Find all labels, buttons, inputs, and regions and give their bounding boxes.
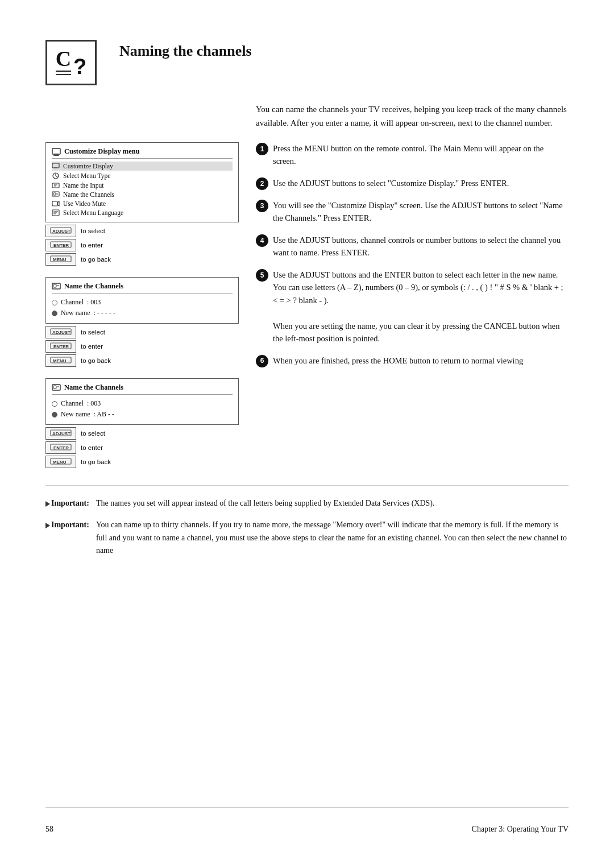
step-1-text: Press the MENU button on the remote cont… — [273, 142, 569, 168]
new-name-row-1: New name : - - - - - — [52, 308, 233, 319]
icon-symbol: ? — [73, 56, 86, 77]
enter-control-1: ENTER to enter — [45, 239, 239, 251]
adjust-control-2: ADJUST to select — [45, 326, 239, 338]
menu-box-1: Customize Display menu Customize Display — [45, 142, 239, 266]
svg-text:ADJUST: ADJUST — [52, 229, 70, 234]
new-name-label-2: New name — [61, 410, 90, 419]
menu-item-1-label: Customize Display — [63, 163, 113, 170]
page-number: 58 — [45, 825, 53, 834]
channel-box-2-label: Name the Channels — [64, 383, 123, 392]
customize-icon — [52, 163, 60, 170]
header-area: C ? Naming the channels — [45, 34, 569, 85]
chapter-icon-box: C ? — [45, 40, 97, 85]
menu-item-name-channels: Name the Channels — [52, 190, 233, 199]
important-section: Important: The names you set will appear… — [45, 485, 569, 567]
step-1-number: 1 — [256, 143, 268, 155]
svg-rect-0 — [52, 148, 60, 154]
menu-item-menu-language: Select Menu Language — [52, 208, 233, 217]
important-row-2: Important: You can name up to thirty cha… — [45, 519, 569, 557]
channel-row-2: Channel : 003 — [52, 398, 233, 409]
intro-text: You can name the channels your TV receiv… — [239, 102, 569, 130]
menu-icon-3: MENU — [50, 457, 72, 465]
step-2-text: Use the ADJUST buttons to select "Custom… — [273, 177, 569, 190]
menu-icon-2: MENU — [50, 356, 72, 364]
name-channels-icon-1 — [52, 191, 60, 198]
svg-text:ENTER: ENTER — [53, 344, 69, 349]
svg-line-7 — [56, 176, 57, 177]
svg-text:MENU: MENU — [53, 358, 67, 363]
important-label-1: Important: — [45, 497, 89, 510]
name-channels-icon-2 — [52, 283, 61, 291]
enter-action-1: to enter — [81, 242, 103, 249]
channel-box-2: Name the Channels Channel : 003 New name… — [45, 378, 239, 425]
step-4-text: Use the ADJUST buttons, channel controls… — [273, 234, 569, 259]
step-5-text: Use the ADJUST buttons and the ENTER but… — [273, 268, 569, 345]
menu-item-4-label: Name the Channels — [63, 191, 114, 198]
enter-btn-2: ENTER — [45, 340, 76, 353]
adjust-action-1: to select — [81, 228, 105, 234]
channel-box-1-label: Name the Channels — [64, 282, 123, 291]
channel-section-2: Name the Channels Channel : 003 New name… — [45, 378, 239, 468]
step-2: 2 Use the ADJUST buttons to select "Cust… — [256, 177, 569, 190]
adjust-btn-1: ADJUST — [45, 225, 76, 237]
new-name-value-2: : AB - - — [94, 410, 114, 419]
name-input-icon — [52, 182, 60, 189]
menu-btn-2: MENU — [45, 354, 76, 367]
channel-label-2: Channel — [61, 399, 84, 408]
step-4-number: 4 — [256, 234, 268, 247]
adjust-control-3: ADJUST to select — [45, 427, 239, 440]
menu-box-1-title: Customize Display menu — [52, 147, 233, 159]
left-column: Customize Display menu Customize Display — [45, 142, 239, 468]
adjust-btn-3: ADJUST — [45, 427, 76, 440]
menu-control-1: MENU to go back — [45, 253, 239, 266]
enter-control-2: ENTER to enter — [45, 340, 239, 353]
important-label-2: Important: — [45, 519, 89, 557]
menu-control-3: MENU to go back — [45, 456, 239, 468]
channel-indicator-2 — [52, 401, 57, 407]
enter-control-3: ENTER to enter — [45, 441, 239, 454]
channel-row-1: Channel : 003 — [52, 297, 233, 308]
enter-btn-3: ENTER — [45, 441, 76, 454]
svg-rect-8 — [52, 183, 59, 188]
menu-item-customize: Customize Display — [52, 162, 233, 171]
adjust-btn-2: ADJUST — [45, 326, 76, 338]
important-text-2: You can name up to thirty channels. If y… — [96, 519, 569, 557]
svg-text:ADJUST: ADJUST — [52, 330, 70, 335]
controls-row-1: ADJUST to select ENTER to enter — [45, 225, 239, 266]
adjust-action-3: to select — [81, 430, 105, 437]
step-3-number: 3 — [256, 200, 268, 212]
name-channels-icon-3 — [52, 384, 61, 392]
svg-rect-12 — [53, 193, 56, 195]
controls-row-3: ADJUST to select ENTER to enter — [45, 427, 239, 468]
channel-box-2-title: Name the Channels — [52, 383, 233, 395]
enter-icon-1: ENTER — [50, 241, 72, 249]
channel-value-2: : 003 — [87, 399, 101, 408]
svg-text:ENTER: ENTER — [53, 243, 69, 248]
step-6-text: When you are finished, press the HOME bu… — [273, 354, 569, 367]
menu-item-3-label: Name the Input — [63, 182, 104, 189]
menu-item-video-mute: Use Video Mute — [52, 199, 233, 208]
step-5-number: 5 — [256, 269, 268, 282]
important-row-1: Important: The names you set will appear… — [45, 497, 569, 510]
customize-display-menu: Customize Display menu Customize Display — [45, 142, 239, 222]
right-column: 1 Press the MENU button on the remote co… — [239, 142, 569, 468]
new-name-label-1: New name — [61, 309, 90, 317]
enter-icon-2: ENTER — [50, 342, 72, 350]
menu-control-2: MENU to go back — [45, 354, 239, 367]
menu-item-name-input: Name the Input — [52, 181, 233, 190]
step-6-number: 6 — [256, 355, 268, 367]
svg-rect-36 — [53, 386, 56, 388]
svg-text:MENU: MENU — [53, 257, 67, 262]
step-4: 4 Use the ADJUST buttons, channel contro… — [256, 234, 569, 259]
page-title: Naming the channels — [119, 43, 569, 60]
menu-icon-1: MENU — [50, 255, 72, 263]
svg-text:ADJUST: ADJUST — [52, 431, 70, 436]
adjust-action-2: to select — [81, 329, 105, 336]
menu-btn-3: MENU — [45, 456, 76, 468]
svg-text:ENTER: ENTER — [53, 445, 69, 450]
enter-icon-3: ENTER — [50, 443, 72, 451]
svg-text:MENU: MENU — [53, 460, 67, 465]
step-3-text: You will see the "Customize Display" scr… — [273, 199, 569, 225]
menu-item-6-label: Select Menu Language — [63, 209, 123, 216]
menu-box-1-label: Customize Display menu — [64, 147, 140, 156]
